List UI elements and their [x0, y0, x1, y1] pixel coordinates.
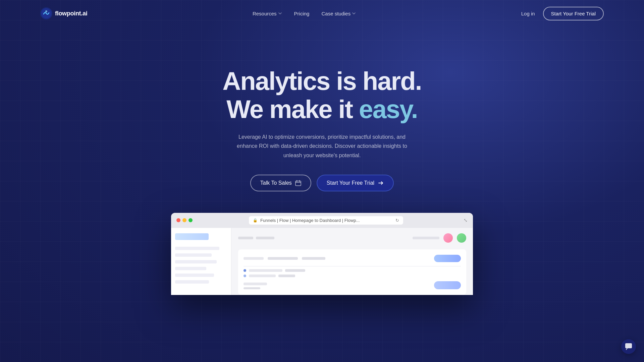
chat-bubble-icon — [625, 343, 632, 350]
chevron-down-icon-2 — [352, 11, 356, 15]
mock-tab — [238, 237, 253, 239]
mock-sidebar-item — [175, 260, 217, 263]
mock-label — [244, 257, 264, 260]
reload-icon: ↻ — [395, 218, 399, 223]
mock-bottom-row — [244, 281, 461, 289]
mock-sidebar-item — [175, 247, 219, 250]
mock-step-node — [244, 269, 246, 272]
mock-avatar-2 — [457, 233, 466, 243]
address-bar-text: Funnels | Flow | Homepage to Dashboard |… — [260, 218, 360, 223]
nav-actions: Log in Start Your Free Trial — [521, 7, 604, 20]
chevron-down-icon — [278, 11, 282, 15]
logo-icon — [40, 7, 52, 19]
mock-main — [231, 228, 473, 295]
calendar-icon — [295, 180, 301, 186]
mock-bottom-label — [244, 283, 267, 285]
mock-step-label — [249, 269, 282, 272]
mock-cta-badge — [434, 255, 461, 262]
hero-subtitle: Leverage AI to optimize conversions, pri… — [235, 132, 409, 160]
svg-rect-3 — [296, 181, 301, 186]
mock-step-value — [285, 269, 305, 272]
browser-window: 🔒 Funnels | Flow | Homepage to Dashboard… — [171, 213, 473, 295]
mock-content-row — [244, 255, 461, 262]
browser-mockup-container: 🔒 Funnels | Flow | Homepage to Dashboard… — [131, 213, 513, 295]
mock-sidebar-item — [175, 280, 209, 284]
nav-trial-button[interactable]: Start Your Free Trial — [543, 7, 604, 20]
traffic-light-red — [176, 218, 180, 222]
traffic-light-yellow — [182, 218, 186, 222]
mock-sidebar-logo — [175, 233, 209, 240]
mock-avatar-1 — [443, 233, 453, 243]
nav-links: Resources Pricing Case studies — [253, 11, 356, 16]
mock-value — [302, 257, 325, 260]
mock-header-right — [413, 233, 466, 243]
mock-value — [268, 257, 298, 260]
lock-icon: 🔒 — [253, 218, 258, 223]
logo-text: flowpoint.ai — [55, 10, 87, 17]
arrow-right-icon — [378, 180, 384, 186]
browser-topbar: 🔒 Funnels | Flow | Homepage to Dashboard… — [171, 213, 473, 228]
hero-trial-button[interactable]: Start Your Free Trial — [317, 175, 394, 191]
mock-date-filter — [413, 237, 439, 239]
mock-sidebar-item — [175, 253, 212, 257]
svg-rect-4 — [625, 343, 632, 348]
mock-tab — [256, 237, 274, 239]
nav-pricing[interactable]: Pricing — [294, 11, 310, 16]
mock-step-label — [249, 275, 276, 277]
hero-title-make: We make it — [226, 95, 359, 123]
fullscreen-icon: ⤡ — [464, 218, 468, 223]
mock-sidebar — [171, 228, 231, 295]
hero-buttons: Talk To Sales Start Your Free Trial — [250, 175, 394, 191]
hero-title-easy: easy. — [359, 95, 418, 123]
mock-step-1 — [244, 269, 461, 272]
talk-to-sales-button[interactable]: Talk To Sales — [250, 175, 311, 191]
page-wrapper: flowpoint.ai Resources Pricing Case stud… — [0, 0, 644, 362]
chat-widget[interactable] — [621, 339, 636, 354]
nav-case-studies[interactable]: Case studies — [321, 11, 356, 16]
mock-tabs — [238, 237, 274, 239]
mock-content-header — [238, 233, 466, 243]
traffic-lights — [176, 218, 193, 222]
nav-resources[interactable]: Resources — [253, 11, 282, 16]
mock-content-area — [238, 249, 466, 295]
browser-content — [171, 228, 473, 295]
mock-step-node — [244, 275, 246, 277]
mock-sidebar-item — [175, 274, 214, 277]
mock-sidebar-item — [175, 267, 206, 270]
hero-title-line2: We make it easy. — [226, 95, 417, 123]
login-link[interactable]: Log in — [521, 11, 535, 16]
logo-area[interactable]: flowpoint.ai — [40, 7, 87, 19]
address-bar[interactable]: 🔒 Funnels | Flow | Homepage to Dashboard… — [249, 216, 403, 225]
hero-section: Analytics is hard. We make it easy. Leve… — [0, 27, 644, 191]
hero-title-line1: Analytics is hard. — [222, 67, 421, 95]
navbar: flowpoint.ai Resources Pricing Case stud… — [0, 0, 644, 27]
mock-bottom-value — [244, 287, 260, 289]
traffic-light-green — [189, 218, 193, 222]
mock-step-2 — [244, 275, 461, 277]
mock-action-button — [434, 281, 461, 289]
mock-step-value — [278, 275, 295, 277]
svg-point-2 — [45, 10, 47, 12]
mock-divider — [244, 266, 461, 266]
